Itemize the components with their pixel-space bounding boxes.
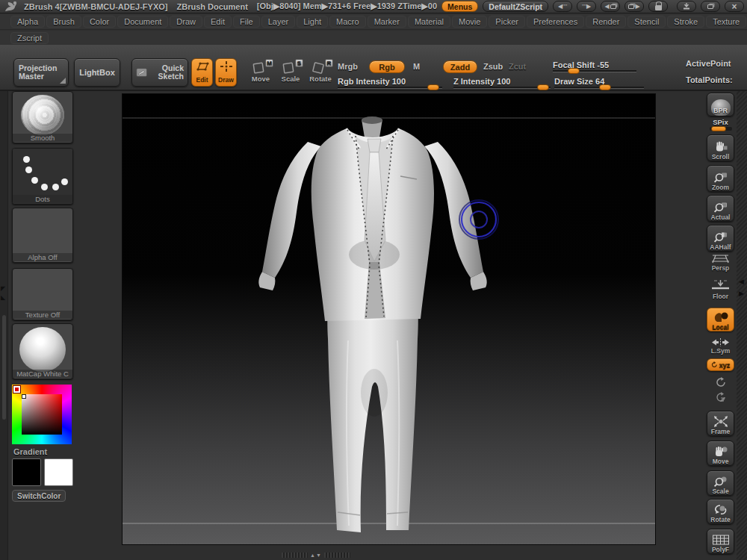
z-intensity-handle[interactable] [537,84,549,90]
left-tray-divider[interactable]: ◤ ◣ [0,91,8,560]
restore-button[interactable] [701,1,720,12]
menu-movie[interactable]: Movie [452,16,487,28]
zoom-button[interactable]: Zoom [707,165,734,192]
draw-mode-button[interactable]: Draw [215,58,237,87]
zsub-toggle[interactable]: Zsub [483,62,503,71]
menu-bar: Alpha Brush Color Document Draw Edit Fil… [0,14,747,30]
saturation-value-square[interactable] [22,394,62,435]
rotate-view-button[interactable]: Rotate [707,499,734,524]
suit-model [258,116,486,532]
scroll-arrows[interactable]: ▲▼ [308,553,324,558]
menu-material[interactable]: Material [408,16,450,28]
spix-slider[interactable]: SPix [707,118,734,134]
menu-texture[interactable]: Texture [706,16,746,28]
current-texture-thumbnail[interactable]: Texture Off [12,268,73,320]
sv-selector[interactable] [22,394,26,399]
zadd-toggle[interactable]: Zadd [443,60,477,73]
gyro-z-rotate-button[interactable] [707,391,734,402]
current-brush-thumbnail[interactable]: Smooth [12,91,73,143]
memory-stats: [Obj▶8040] Mem▶731+6 Free▶1939 ZTime▶00 [257,1,437,11]
floor-toggle[interactable]: Floor [707,279,734,300]
scroll-track-left[interactable] [282,553,308,558]
move-view-button[interactable]: Move [707,441,734,466]
gradient-label[interactable]: Gradient [13,447,47,456]
mrgb-toggle[interactable]: Mrgb [338,62,358,71]
menu-macro[interactable]: Macro [329,16,366,28]
gyro-free-rotate-button[interactable] [707,376,734,388]
menu-color[interactable]: Color [83,16,116,28]
menu-zscript[interactable]: Zscript [10,32,49,44]
default-zscript-button[interactable]: DefaultZScript [483,1,548,12]
menu-file[interactable]: File [233,16,260,28]
pencil-sketch-icon [136,66,147,79]
lock-icon [655,5,662,10]
menu-stencil[interactable]: Stencil [627,16,666,28]
horizontal-scrollbar[interactable]: ▲▼ [282,552,350,559]
menu-layer[interactable]: Layer [261,16,296,28]
persp-toggle[interactable]: Persp [707,254,734,272]
main-color-swatch[interactable] [12,458,41,486]
next-document-button[interactable]: ▶ [624,1,644,12]
current-alpha-thumbnail[interactable]: Alpha Off [12,208,73,263]
color-picker[interactable] [12,385,72,444]
menu-light[interactable]: Light [297,16,328,28]
menu-marker[interactable]: Marker [368,16,406,28]
scrub-forward-button[interactable]: ''''▶ [577,1,596,12]
actual-size-button[interactable]: Actual [707,195,734,222]
lsym-toggle[interactable]: L.Sym [707,337,734,355]
focal-shift-slider[interactable]: Focal Shift -55 [553,57,636,70]
z-intensity-slider[interactable]: Z Intensity 100 [453,74,551,87]
lightbox-button[interactable]: LightBox [74,58,120,87]
current-material-thumbnail[interactable]: MatCap White C [12,323,73,379]
menu-edit[interactable]: Edit [204,16,232,28]
quick-sketch-button[interactable]: Quick Sketch [131,58,188,87]
crosshair-icon [219,61,234,72]
scroll-button[interactable]: Scroll [707,134,734,161]
menu-document[interactable]: Document [117,16,168,28]
minimize-button[interactable] [677,1,696,12]
projection-master-button[interactable]: Projection Master [13,58,69,87]
focal-shift-handle[interactable] [568,68,580,74]
menu-brush[interactable]: Brush [46,16,81,28]
menu-stroke[interactable]: Stroke [667,16,704,28]
xyz-constraint-button[interactable]: xyz [707,358,734,371]
secondary-color-swatch[interactable] [44,458,73,486]
lock-button[interactable] [648,1,668,12]
current-stroke-thumbnail[interactable]: Dots [12,148,73,205]
polyframe-button[interactable]: PolyF [707,529,734,554]
scale-view-button[interactable]: Scale [707,470,734,496]
rgb-intensity-slider[interactable]: Rgb Intensity 100 [338,74,442,87]
magnifier-icon [713,171,728,184]
draw-size-slider[interactable]: Draw Size 64 [554,74,644,87]
menu-picker[interactable]: Picker [489,16,525,28]
switch-color-button[interactable]: SwitchColor [12,490,66,502]
bpr-render-button[interactable]: BPR [707,93,734,116]
edit-mode-button[interactable]: Edit [191,58,213,87]
local-pivot-button[interactable]: Local [707,308,734,332]
right-tray-divider[interactable]: ◀ ▶ [737,91,747,560]
top-shelf: Projection Master LightBox Quick Sketch … [0,45,747,91]
rgb-intensity-handle[interactable] [427,84,439,90]
menu-render[interactable]: Render [586,16,626,28]
spix-handle[interactable] [711,126,726,131]
zcut-toggle[interactable]: Zcut [509,62,526,71]
rgb-toggle[interactable]: Rgb [369,60,405,73]
left-scroll-thumb[interactable] [2,315,6,420]
menu-draw[interactable]: Draw [170,16,202,28]
rotate-mode-button[interactable]: R Rotate [307,60,334,87]
hue-selector[interactable] [13,386,20,393]
scrub-back-button[interactable]: ◀'''' [553,1,572,12]
menu-preferences[interactable]: Preferences [527,16,584,28]
scroll-track-right[interactable] [324,553,350,558]
document-canvas[interactable] [122,93,656,545]
scale-mode-button[interactable]: S Scale [277,60,304,87]
m-toggle[interactable]: M [413,62,420,71]
menu-alpha[interactable]: Alpha [10,16,45,28]
prev-document-button[interactable]: ◀ [601,1,620,12]
frame-button[interactable]: Frame [707,411,734,436]
aahalf-button[interactable]: AAHalf [707,225,734,252]
move-mode-button[interactable]: M Move [247,60,274,87]
close-button[interactable]: × [725,1,744,12]
draw-size-handle[interactable] [599,84,611,90]
menus-button[interactable]: Menus [441,1,478,12]
